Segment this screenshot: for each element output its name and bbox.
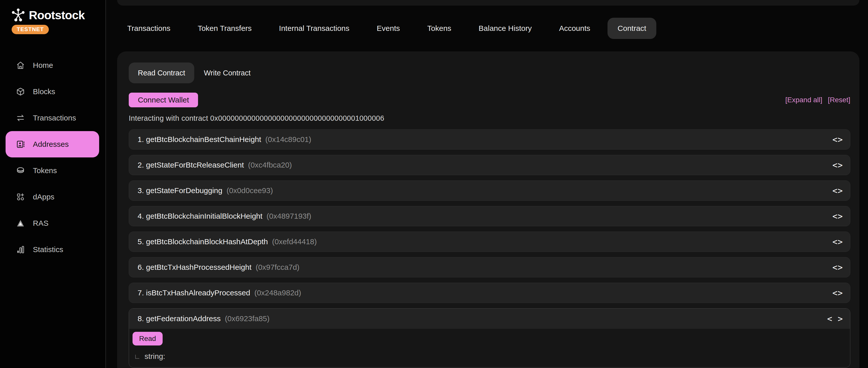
code-icon[interactable]: <> — [832, 135, 843, 144]
sidebar-item-ras[interactable]: RAS — [0, 210, 105, 236]
tab-read-contract[interactable]: Read Contract — [129, 62, 194, 83]
bar-chart-icon — [16, 245, 25, 254]
tab-token-transfers[interactable]: Token Transfers — [188, 18, 262, 39]
method-selector: (0x0d0cee93) — [227, 186, 273, 195]
sidebar-item-label: RAS — [33, 219, 49, 228]
sidebar: Rootstock TESTNET Home Blocks — [0, 0, 106, 368]
brand-name: Rootstock — [29, 8, 85, 22]
code-icon[interactable]: <> — [832, 288, 843, 298]
code-icon[interactable]: <> — [832, 186, 843, 196]
sidebar-item-label: Tokens — [33, 166, 57, 175]
interacting-with-contract-text: Interacting with contract 0x000000000000… — [129, 114, 384, 122]
method-row-getStateForDebugging[interactable]: 3. getStateForDebugging (0x0d0cee93) <> — [129, 180, 850, 201]
method-row-isBtcTxHashAlreadyProcessed[interactable]: 7. isBtcTxHashAlreadyProcessed (0x248a98… — [129, 283, 850, 303]
method-name: 8. getFederationAddress — [137, 314, 221, 323]
cube-icon — [16, 87, 25, 96]
tab-events[interactable]: Events — [367, 18, 410, 39]
method-selector: (0x248a982d) — [254, 288, 301, 297]
reset-link[interactable]: [Reset] — [828, 96, 850, 104]
address-tabs-nav: Transactions Token Transfers Internal Tr… — [117, 18, 656, 39]
sidebar-item-label: Addresses — [33, 140, 69, 148]
expand-all-link[interactable]: [Expand all] — [785, 96, 822, 104]
contract-actions-row: Connect Wallet [Expand all] [Reset] — [129, 92, 850, 108]
contact-card-icon — [16, 139, 25, 149]
rootstock-logo-icon — [11, 8, 25, 22]
sidebar-item-transactions[interactable]: Transactions — [0, 105, 105, 131]
method-list: 1. getBtcBlockchainBestChainHeight (0x14… — [129, 129, 850, 367]
method-title: 1. getBtcBlockchainBestChainHeight (0x14… — [137, 135, 311, 144]
method-selector: (0x6923fa85) — [225, 314, 270, 323]
method-selector: (0x14c89c01) — [265, 135, 311, 143]
sidebar-item-label: Home — [33, 61, 53, 69]
tab-internal-transactions[interactable]: Internal Transactions — [269, 18, 360, 39]
method-row-getBtcTxHashProcessedHeight[interactable]: 6. getBtcTxHashProcessedHeight (0x97fcca… — [129, 257, 850, 277]
method-selector: (0xc4fbca20) — [248, 161, 292, 169]
return-type-label: string: — [145, 352, 165, 361]
return-type-line: ∟ string: — [134, 352, 846, 361]
method-title: 4. getBtcBlockchainInitialBlockHeight (0… — [137, 212, 311, 221]
method-title: 3. getStateForDebugging (0x0d0cee93) — [137, 186, 273, 195]
method-row-getStateForBtcReleaseClient[interactable]: 2. getStateForBtcReleaseClient (0xc4fbca… — [129, 155, 850, 175]
apps-grid-icon — [16, 192, 25, 202]
method-title: 8. getFederationAddress (0x6923fa85) — [137, 314, 270, 323]
return-marker-icon: ∟ — [134, 352, 141, 360]
method-name: 5. getBtcBlockchainBlockHashAtDepth — [137, 237, 268, 246]
sidebar-item-home[interactable]: Home — [0, 52, 105, 79]
sidebar-menu: Home Blocks Transactions Addresses — [0, 52, 105, 263]
method-row-getBtcBlockchainInitialBlockHeight[interactable]: 4. getBtcBlockchainInitialBlockHeight (0… — [129, 206, 850, 226]
tab-balance-history[interactable]: Balance History — [468, 18, 542, 39]
method-expanded-body: Read ∟ string: — [129, 329, 850, 367]
coin-icon — [16, 166, 25, 175]
read-button[interactable]: Read — [132, 332, 163, 345]
sidebar-item-label: Statistics — [33, 245, 63, 254]
method-name: 4. getBtcBlockchainInitialBlockHeight — [137, 212, 262, 220]
method-selector: (0xefd44418) — [272, 237, 317, 246]
method-selector: (0x97fcca7d) — [256, 263, 300, 271]
sidebar-item-tokens[interactable]: Tokens — [0, 158, 105, 184]
sidebar-item-label: Transactions — [33, 114, 76, 122]
method-name: 6. getBtcTxHashProcessedHeight — [137, 263, 251, 271]
method-row-getBtcBlockchainBestChainHeight[interactable]: 1. getBtcBlockchainBestChainHeight (0x14… — [129, 129, 850, 149]
contract-subtabs: Read Contract Write Contract — [129, 62, 251, 83]
method-name: 3. getStateForDebugging — [137, 186, 222, 195]
method-selector: (0x4897193f) — [267, 212, 311, 220]
sidebar-item-statistics[interactable]: Statistics — [0, 236, 105, 263]
code-icon[interactable]: <> — [832, 237, 843, 247]
method-title: 6. getBtcTxHashProcessedHeight (0x97fcca… — [137, 263, 300, 272]
expand-reset-links: [Expand all] [Reset] — [785, 96, 850, 104]
sidebar-item-label: Blocks — [33, 87, 55, 96]
brand-logo[interactable]: Rootstock TESTNET — [11, 8, 85, 34]
tab-write-contract[interactable]: Write Contract — [204, 69, 251, 77]
method-name: 1. getBtcBlockchainBestChainHeight — [137, 135, 261, 143]
contract-panel: Read Contract Write Contract Connect Wal… — [117, 51, 859, 368]
method-title: 5. getBtcBlockchainBlockHashAtDepth (0xe… — [137, 237, 317, 246]
connect-wallet-button[interactable]: Connect Wallet — [129, 93, 198, 107]
method-name: 2. getStateForBtcReleaseClient — [137, 161, 244, 169]
method-title: 2. getStateForBtcReleaseClient (0xc4fbca… — [137, 161, 292, 169]
triangle-icon — [16, 219, 25, 228]
code-icon[interactable]: < > — [827, 314, 843, 324]
method-row-getBtcBlockchainBlockHashAtDepth[interactable]: 5. getBtcBlockchainBlockHashAtDepth (0xe… — [129, 232, 850, 252]
sidebar-item-blocks[interactable]: Blocks — [0, 79, 105, 105]
testnet-badge: TESTNET — [12, 25, 49, 34]
home-icon — [16, 60, 25, 70]
code-icon[interactable]: <> — [832, 211, 843, 221]
rootstock-explorer-screen: Rootstock TESTNET Home Blocks — [0, 0, 868, 368]
code-icon[interactable]: <> — [832, 262, 843, 272]
tab-transactions[interactable]: Transactions — [117, 18, 181, 39]
method-title: 7. isBtcTxHashAlreadyProcessed (0x248a98… — [137, 288, 301, 297]
sidebar-item-addresses[interactable]: Addresses — [6, 131, 99, 158]
sidebar-item-dapps[interactable]: dApps — [0, 184, 105, 210]
tab-tokens[interactable]: Tokens — [417, 18, 461, 39]
scrolled-card-edge — [117, 0, 859, 6]
tab-contract[interactable]: Contract — [608, 18, 656, 39]
method-row-getFederationAddress-expanded: 8. getFederationAddress (0x6923fa85) < >… — [129, 308, 850, 367]
tab-accounts[interactable]: Accounts — [549, 18, 600, 39]
method-name: 7. isBtcTxHashAlreadyProcessed — [137, 288, 250, 297]
code-icon[interactable]: <> — [832, 160, 843, 170]
method-row-getFederationAddress[interactable]: 8. getFederationAddress (0x6923fa85) < > — [129, 309, 850, 329]
swap-arrows-icon — [16, 113, 25, 123]
sidebar-item-label: dApps — [33, 193, 54, 201]
